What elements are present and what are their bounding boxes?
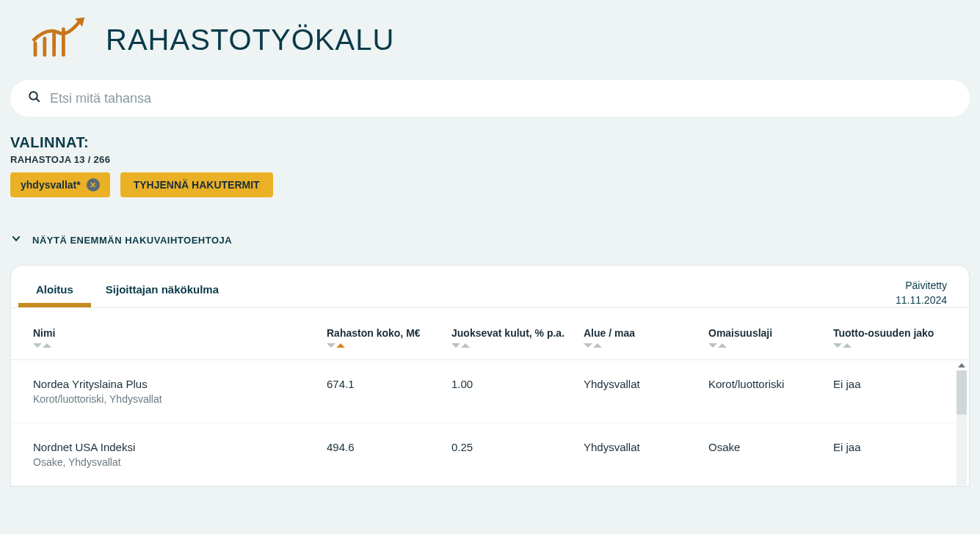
sort-desc-icon [584,343,592,348]
tab-aloitus[interactable]: Aloitus [33,279,76,306]
sort-asc-icon [843,343,852,348]
filter-chip-yhdysvallat[interactable]: yhdysvallat* ✕ [10,172,110,197]
updated-label: Päivitetty [896,279,947,293]
sort-asc-icon [593,343,602,348]
cell-size: 494.6 [327,441,451,468]
sort-icons[interactable] [584,343,708,348]
fund-name: Nordnet USA Indeksi [33,441,327,453]
filters-title: VALINNAT: [10,134,970,151]
cell-size: 674.1 [327,378,451,405]
results-count: RAHASTOJA 13 / 266 [10,154,970,165]
cell-dist: Ei jaa [833,378,947,405]
sort-desc-icon [33,343,42,348]
updated-date: 11.11.2024 [896,293,947,308]
results-card: Aloitus Sijoittajan näkökulma Päivitetty… [10,265,970,487]
cell-cost: 0.25 [451,441,584,468]
sort-asc-icon [461,343,470,348]
col-label: Juoksevat kulut, % p.a. [451,327,584,339]
sort-desc-icon [833,343,842,348]
sort-icons[interactable] [833,343,947,348]
sort-icons[interactable] [327,343,451,348]
cell-region: Yhdysvallat [584,441,708,468]
col-omaisuuslaji[interactable]: Omaisuuslaji [708,327,833,348]
scrollbar-thumb[interactable] [957,370,967,414]
expand-options-toggle[interactable]: NÄYTÄ ENEMMÄN HAKUVAIHTOEHTOJA [10,233,970,247]
col-tuotto[interactable]: Tuotto-osuuden jako [833,327,947,348]
cell-dist: Ei jaa [833,441,947,468]
clear-filters-label: TYHJENNÄ HAKUTERMIT [134,179,260,191]
sort-desc-icon [708,343,717,348]
cell-region: Yhdysvallat [584,378,708,405]
fund-subtext: Korot/luottoriski, Yhdysvallat [33,393,327,405]
cell-asset: Korot/luottoriski [708,378,833,405]
col-koko[interactable]: Rahaston koko, M€ [327,327,451,348]
fund-subtext: Osake, Yhdysvallat [33,456,327,468]
filters-section: VALINNAT: RAHASTOJA 13 / 266 yhdysvallat… [0,117,980,197]
scrollbar-track[interactable] [957,370,967,486]
chevron-down-icon [10,233,22,247]
sort-icons[interactable] [33,343,327,348]
page-title: RAHASTOTYÖKALU [106,23,394,56]
clear-filters-button[interactable]: TYHJENNÄ HAKUTERMIT [120,172,273,197]
sort-icons[interactable] [708,343,833,348]
cell-cost: 1.00 [451,378,584,405]
filter-chip-label: yhdysvallat* [21,179,81,191]
fund-name: Nordea Yrityslaina Plus [33,378,327,390]
col-alue[interactable]: Alue / maa [584,327,708,348]
sort-asc-icon [336,343,345,348]
header: RAHASTOTYÖKALU [0,0,980,73]
svg-line-1 [36,98,40,102]
table-body: Nordea Yrityslaina Plus Korot/luottorisk… [11,360,969,486]
search-icon [28,90,41,106]
close-icon[interactable]: ✕ [87,178,100,191]
chart-growth-icon [29,15,88,65]
col-nimi[interactable]: Nimi [33,327,327,348]
scrollbar[interactable] [956,360,968,486]
sort-icons[interactable] [451,343,584,348]
col-label: Alue / maa [584,327,708,339]
scroll-up-icon[interactable] [958,363,965,367]
tabs: Aloitus Sijoittajan näkökulma [33,279,222,306]
table-row[interactable]: Nordea Yrityslaina Plus Korot/luottorisk… [11,360,969,423]
col-label: Omaisuuslaji [708,327,833,339]
col-label: Tuotto-osuuden jako [833,327,947,339]
search-bar[interactable] [10,80,970,117]
search-input[interactable] [50,91,952,106]
col-kulut[interactable]: Juoksevat kulut, % p.a. [451,327,584,348]
table-row[interactable]: Nordnet USA Indeksi Osake, Yhdysvallat 4… [11,423,969,486]
table-header: Nimi Rahaston koko, M€ Juoksevat kulut, … [11,307,969,359]
sort-asc-icon [43,343,51,348]
expand-options-label: NÄYTÄ ENEMMÄN HAKUVAIHTOEHTOJA [32,235,232,246]
sort-asc-icon [718,343,727,348]
tab-sijoittajan[interactable]: Sijoittajan näkökulma [103,279,222,306]
svg-point-0 [29,92,37,100]
cell-asset: Osake [708,441,833,468]
col-label: Nimi [33,327,327,339]
updated-info: Päivitetty 11.11.2024 [896,279,947,307]
col-label: Rahaston koko, M€ [327,327,451,339]
sort-desc-icon [327,343,335,348]
sort-desc-icon [451,343,460,348]
